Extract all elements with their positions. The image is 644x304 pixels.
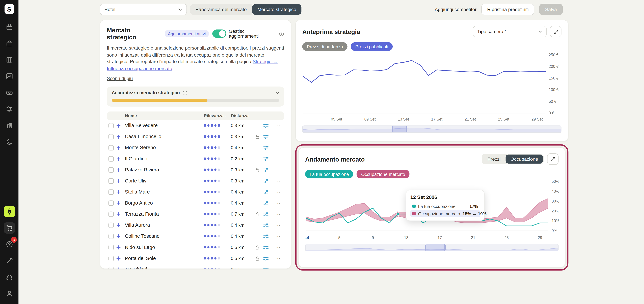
buildings-icon[interactable] xyxy=(4,120,15,131)
brush-selection[interactable] xyxy=(425,244,446,251)
tune-icon[interactable] xyxy=(263,189,274,195)
trend-mode-prezzi[interactable]: Prezzi xyxy=(482,154,506,163)
add-competitor-button[interactable]: Aggiungi competitor xyxy=(435,7,476,12)
row-menu-button[interactable]: ⋯ xyxy=(274,255,282,262)
tune-icon[interactable] xyxy=(263,145,274,151)
wand-icon[interactable] xyxy=(4,255,15,267)
row-menu-button[interactable]: ⋯ xyxy=(274,222,282,228)
tune-icon[interactable] xyxy=(263,134,274,140)
tab-panoramica-del-mercato[interactable]: Panoramica del mercato xyxy=(190,4,252,15)
competitor-name[interactable]: Tre Chiavi xyxy=(125,267,204,269)
expand-trend-chart-button[interactable] xyxy=(547,153,559,165)
row-checkbox[interactable] xyxy=(108,189,114,195)
user-icon[interactable] xyxy=(4,288,15,299)
row-menu-button[interactable]: ⋯ xyxy=(274,189,282,195)
row-checkbox[interactable] xyxy=(108,256,114,261)
competitor-name[interactable]: Casa Limoncello xyxy=(125,134,204,140)
moon-icon[interactable] xyxy=(4,136,15,148)
competitor-name[interactable]: Colline Toscane xyxy=(125,233,204,239)
header-distance[interactable]: Distanza– xyxy=(231,113,254,118)
tune-icon[interactable] xyxy=(263,200,274,206)
price-chart-brush[interactable] xyxy=(302,125,561,133)
tune-icon[interactable] xyxy=(263,122,274,129)
room-type-select[interactable]: Tipo camera 1 xyxy=(473,26,547,37)
competitor-name[interactable]: Villa Belvedere xyxy=(125,123,204,128)
brush-selection[interactable] xyxy=(392,126,407,133)
legend-chip[interactable]: Occupazione mercato xyxy=(357,170,410,178)
competitor-name[interactable]: Villa Aurora xyxy=(125,222,204,228)
price-chart[interactable]: 250 €200 €150 €100 €50 €0 €05 Set09 Set1… xyxy=(302,52,561,123)
help-icon[interactable]: 3 xyxy=(4,239,15,250)
row-menu-button[interactable]: ⋯ xyxy=(274,244,282,250)
save-button[interactable]: Salva xyxy=(539,4,563,15)
row-menu-button[interactable]: ⋯ xyxy=(274,122,282,129)
competitor-name[interactable]: Terrazza Fiorita xyxy=(125,211,204,217)
tune-icon[interactable] xyxy=(263,255,274,262)
competitor-name[interactable]: Il Giardino xyxy=(125,156,204,161)
learn-more-link[interactable]: Scopri di più xyxy=(107,76,133,81)
occupancy-chart-brush[interactable] xyxy=(305,244,559,251)
row-checkbox[interactable] xyxy=(108,167,114,172)
rocket-icon[interactable] xyxy=(4,206,15,217)
headset-icon[interactable] xyxy=(4,271,15,283)
competitor-name[interactable]: Stella Mare xyxy=(125,189,204,195)
legend-chip[interactable]: Prezzi di partenza xyxy=(302,42,348,51)
briefcase-icon[interactable] xyxy=(4,38,15,49)
app-logo[interactable]: S xyxy=(4,4,14,14)
row-checkbox[interactable] xyxy=(108,134,114,139)
row-menu-button[interactable]: ⋯ xyxy=(274,145,282,151)
trend-mode-occupazione[interactable]: Occupazione xyxy=(506,154,543,163)
row-menu-button[interactable]: ⋯ xyxy=(274,266,282,269)
row-checkbox[interactable] xyxy=(108,267,114,269)
competitor-name[interactable]: Palazzo Riviera xyxy=(125,167,204,172)
row-checkbox[interactable] xyxy=(108,156,114,161)
row-menu-button[interactable]: ⋯ xyxy=(274,134,282,140)
row-menu-button[interactable]: ⋯ xyxy=(274,178,282,184)
row-checkbox[interactable] xyxy=(108,222,114,228)
table-columns-icon[interactable] xyxy=(4,54,15,66)
tab-mercato-strategico[interactable]: Mercato strategico xyxy=(252,4,302,15)
competitor-name[interactable]: Monte Sereno xyxy=(125,145,204,151)
row-menu-button[interactable]: ⋯ xyxy=(274,167,282,173)
row-menu-button[interactable]: ⋯ xyxy=(274,200,282,206)
tune-icon[interactable] xyxy=(263,156,274,162)
manage-updates-toggle[interactable] xyxy=(212,29,226,38)
row-checkbox[interactable] xyxy=(108,178,114,184)
cash-icon[interactable] xyxy=(4,87,15,98)
row-checkbox[interactable] xyxy=(108,123,114,128)
row-menu-button[interactable]: ⋯ xyxy=(274,233,282,239)
header-name[interactable]: Nome– xyxy=(125,113,204,118)
tune-icon[interactable] xyxy=(263,211,274,217)
row-checkbox[interactable] xyxy=(108,200,114,206)
legend-chip[interactable]: La tua occupazione xyxy=(305,170,354,178)
calendar-icon[interactable] xyxy=(4,21,15,33)
info-icon[interactable] xyxy=(279,31,284,36)
property-select[interactable]: Hotel xyxy=(100,4,187,15)
row-checkbox[interactable] xyxy=(108,234,114,239)
competitor-name[interactable]: Borgo Antico xyxy=(125,200,204,206)
occupancy-chart[interactable]: 50%40%30%20%10%0%Set591317212529 12 Set … xyxy=(305,180,559,241)
row-checkbox[interactable] xyxy=(108,145,114,150)
chart-line-icon[interactable] xyxy=(4,70,15,82)
legend-chip[interactable]: Prezzi pubblicati xyxy=(351,42,393,51)
accuracy-info-icon[interactable] xyxy=(182,90,188,95)
competitor-name[interactable]: Corte Ulivi xyxy=(125,178,204,184)
competitor-name[interactable]: Porta del Sole xyxy=(125,255,204,261)
row-checkbox[interactable] xyxy=(108,245,114,250)
chevron-down-icon[interactable] xyxy=(275,91,279,94)
competitor-name[interactable]: Nido sul Lago xyxy=(125,244,204,250)
header-relevance[interactable]: Rilevanza↓ xyxy=(204,113,231,118)
tune-icon[interactable] xyxy=(263,167,274,173)
tune-icon[interactable] xyxy=(263,233,274,239)
row-menu-button[interactable]: ⋯ xyxy=(274,211,282,217)
cart-icon[interactable] xyxy=(4,222,15,234)
tune-icon[interactable] xyxy=(263,266,274,269)
tune-icon[interactable] xyxy=(263,178,274,184)
expand-strategy-chart-button[interactable] xyxy=(550,26,562,37)
row-checkbox[interactable] xyxy=(108,211,114,217)
sliders-icon[interactable] xyxy=(4,103,15,115)
accuracy-accordion[interactable]: Accuratezza mercato strategico xyxy=(107,86,284,107)
tune-icon[interactable] xyxy=(263,222,274,228)
reset-defaults-button[interactable]: Ripristina predefiniti xyxy=(482,4,534,15)
row-menu-button[interactable]: ⋯ xyxy=(274,156,282,162)
